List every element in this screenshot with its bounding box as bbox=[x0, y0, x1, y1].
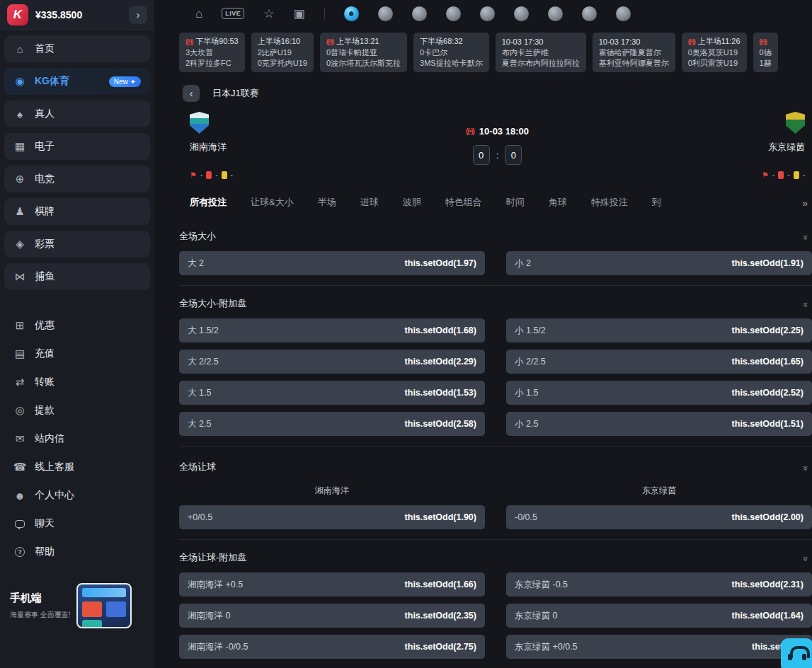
tab-clipped[interactable]: 到 bbox=[652, 196, 661, 209]
bet-option-cell[interactable]: 东京绿茵 +0/0.5this.setOdd( bbox=[506, 635, 812, 659]
sidebar-item-chat[interactable]: 聊天 bbox=[4, 509, 150, 538]
bet-option-cell[interactable]: 大 1.5this.setOdd(1.53) bbox=[179, 381, 485, 405]
collapse-chevron-icon[interactable]: » bbox=[801, 234, 811, 238]
bet-option-cell[interactable]: 湘南海洋 -0/0.5this.setOdd(2.75) bbox=[179, 635, 485, 659]
bet-option-cell[interactable]: 小 1.5/2this.setOdd(2.25) bbox=[506, 318, 812, 342]
bet-option-cell[interactable]: 小 2.5this.setOdd(1.51) bbox=[506, 412, 812, 436]
sidebar-item-promotions[interactable]: ⊞ 优惠 bbox=[4, 311, 150, 340]
sidebar-item-label: 线上客服 bbox=[35, 461, 74, 473]
sidebar-item-slots[interactable]: ▦ 电子 bbox=[4, 133, 150, 160]
match-card[interactable]: ((•))上半场11:26 0奥洛莫茨U19 0利贝雷茨U19 bbox=[682, 33, 747, 72]
bet-option-cell[interactable]: 东京绿茵 0this.setOdd(1.64) bbox=[506, 604, 812, 628]
bet-slip-icon[interactable]: ▣ bbox=[294, 8, 305, 20]
away-team-block: 东京绿茵 ⚑- - - bbox=[600, 112, 805, 179]
collapse-chevron-icon[interactable]: » bbox=[801, 465, 811, 468]
collapse-chevron-icon[interactable]: » bbox=[801, 301, 811, 305]
match-card[interactable]: 下半场68:32 0卡巴尔 3MS提拉哈卡默尔 bbox=[413, 33, 489, 72]
live-icon: ((•)) bbox=[688, 38, 695, 45]
sidebar-item-transfer[interactable]: ⇄ 转账 bbox=[4, 368, 150, 396]
sidebar-item-board-games[interactable]: ♟ 棋牌 bbox=[4, 198, 150, 225]
volleyball-icon[interactable] bbox=[548, 6, 563, 21]
home-team-block: 湘南海洋 ⚑- - - bbox=[190, 112, 395, 179]
bet-option-cell[interactable]: -0/0.5this.setOdd(2.00) bbox=[506, 505, 812, 529]
chess-piece-icon: ♟ bbox=[13, 205, 26, 218]
bet-option-cell[interactable]: 湘南海洋 0this.setOdd(2.35) bbox=[179, 604, 485, 628]
bet-option-cell[interactable]: 东京绿茵 -0.5this.setOdd(2.31) bbox=[506, 572, 812, 597]
mobile-app-preview[interactable] bbox=[76, 583, 132, 628]
home-icon[interactable]: ⌂ bbox=[195, 8, 202, 20]
tab-all-bets[interactable]: 所有投注 bbox=[190, 196, 227, 209]
american-football-icon[interactable] bbox=[514, 6, 529, 21]
tab-goals[interactable]: 进球 bbox=[360, 196, 379, 209]
match-card[interactable]: 10-03 17:30 布内卡兰萨维 夏普尔布内阿拉拉阿拉 bbox=[496, 33, 586, 72]
table-tennis-icon[interactable] bbox=[480, 6, 495, 21]
sidebar-item-home[interactable]: ⌂ 首页 bbox=[4, 35, 150, 62]
tab-handicap-over-under[interactable]: 让球&大小 bbox=[251, 196, 294, 209]
app-logo[interactable]: K bbox=[7, 4, 28, 25]
match-card[interactable]: ((•)) 0德 1赫 bbox=[753, 33, 778, 72]
sidebar-item-live-casino[interactable]: ♠ 真人 bbox=[4, 100, 150, 127]
match-card[interactable]: 10-03 17:30 霍德哈萨隆夏普尔 基利亚特阿娜夏普尔 bbox=[593, 33, 675, 72]
bet-option-cell[interactable]: 湘南海洋 +0.5this.setOdd(1.66) bbox=[179, 572, 485, 597]
sidebar-item-label: 真人 bbox=[35, 108, 55, 120]
tab-special-bets[interactable]: 特殊投注 bbox=[591, 196, 628, 209]
sidebar-item-deposit[interactable]: ▤ 充值 bbox=[4, 340, 150, 368]
badminton-icon[interactable] bbox=[446, 6, 461, 21]
customer-service-fab[interactable] bbox=[781, 638, 812, 668]
tab-correct-score[interactable]: 波胆 bbox=[403, 196, 421, 209]
sidebar: K ¥335.8500 › ⌂ 首页 ◉ KG体育 New ✦ ♠ 真人 ▦ 电… bbox=[0, 0, 154, 668]
sidebar-item-customer-service[interactable]: ☎ 线上客服 bbox=[4, 453, 150, 481]
bet-option-cell[interactable]: 大 2this.setOdd(1.97) bbox=[179, 251, 485, 275]
tab-corners[interactable]: 角球 bbox=[549, 196, 567, 209]
bet-option-cell[interactable]: 小 1.5this.setOdd(2.52) bbox=[506, 381, 812, 405]
live-icon: ((•)) bbox=[326, 38, 333, 45]
sidebar-item-label: 转账 bbox=[35, 376, 55, 388]
bet-grid: 大 2this.setOdd(1.97) 小 2this.setOdd(1.91… bbox=[179, 251, 812, 275]
sidebar-item-label: 首页 bbox=[35, 42, 55, 55]
sidebar-item-fishing[interactable]: ⋈ 捕鱼 bbox=[4, 263, 150, 290]
favorites-star-icon[interactable]: ☆ bbox=[263, 8, 274, 20]
chat-bubble-icon bbox=[13, 520, 26, 528]
sidebar-item-help[interactable]: ? 帮助 bbox=[4, 538, 150, 566]
balance-expand-button[interactable]: › bbox=[129, 6, 147, 24]
bet-option-cell[interactable]: 大 2/2.5this.setOdd(2.29) bbox=[179, 350, 485, 374]
back-button[interactable]: ‹ bbox=[183, 85, 200, 102]
bet-option-cell[interactable]: 大 1.5/2this.setOdd(1.68) bbox=[179, 318, 485, 342]
bet-option-cell[interactable]: +0/0.5this.setOdd(1.90) bbox=[179, 505, 485, 529]
bet-option-cell[interactable]: 小 2this.setOdd(1.91) bbox=[506, 251, 812, 275]
live-icon: ((•)) bbox=[466, 127, 474, 135]
sidebar-item-label: 彩票 bbox=[35, 238, 55, 250]
basketball-icon[interactable] bbox=[378, 6, 393, 21]
tab-half[interactable]: 半场 bbox=[318, 196, 336, 209]
sidebar-item-kg-sports[interactable]: ◉ KG体育 New ✦ bbox=[4, 68, 150, 95]
live-tab[interactable]: LIVE bbox=[222, 8, 244, 19]
bowling-icon[interactable] bbox=[582, 6, 597, 21]
score-block: ((•)) 10-03 18:00 0 : 0 bbox=[395, 112, 600, 179]
tab-time[interactable]: 时间 bbox=[506, 196, 525, 209]
sidebar-item-profile[interactable]: ☻ 个人中心 bbox=[4, 481, 150, 509]
baseball-icon[interactable] bbox=[412, 6, 427, 21]
sidebar-item-inbox[interactable]: ✉ 站内信 bbox=[4, 425, 150, 453]
section-title: 全场大小-附加盘 bbox=[179, 297, 246, 310]
match-card[interactable]: 上半场16:10 2比萨U19 0克罗托内U19 bbox=[251, 33, 314, 72]
athletics-icon[interactable] bbox=[616, 6, 631, 21]
home-team-name: 湘南海洋 bbox=[190, 141, 227, 154]
bet-grid: +0/0.5this.setOdd(1.90) -0/0.5this.setOd… bbox=[179, 505, 812, 529]
sidebar-item-withdraw[interactable]: ◎ 提款 bbox=[4, 396, 150, 425]
tabs-overflow-chevron-icon[interactable]: » bbox=[802, 197, 808, 209]
sidebar-item-label: 站内信 bbox=[35, 432, 64, 445]
sidebar-item-esports[interactable]: ⊕ 电竞 bbox=[4, 166, 150, 192]
chevron-left-icon: ‹ bbox=[190, 88, 193, 99]
question-circle-icon: ? bbox=[13, 547, 26, 557]
match-card[interactable]: ((•))上半场13:21 0普瑞卡帕提亚 0波尔塔瓦沃尔斯克拉 bbox=[320, 33, 407, 72]
tab-special-combo[interactable]: 特色组合 bbox=[445, 196, 482, 209]
soccer-icon[interactable] bbox=[344, 6, 359, 21]
bet-option-cell[interactable]: 大 2.5this.setOdd(2.58) bbox=[179, 412, 485, 436]
kickoff-time: 10-03 18:00 bbox=[479, 126, 529, 137]
bet-option-cell[interactable]: 小 2/2.5this.setOdd(1.65) bbox=[506, 350, 812, 374]
collapse-chevron-icon[interactable]: » bbox=[801, 555, 811, 559]
match-card[interactable]: ((•))下半场90:53 3大坎普 2科罗拉多FC bbox=[179, 33, 245, 72]
market-section-full-handicap-extra: 全场让球-附加盘 » 湘南海洋 +0.5this.setOdd(1.66) 东京… bbox=[179, 551, 812, 668]
sidebar-item-lottery[interactable]: ◈ 彩票 bbox=[4, 231, 150, 258]
mobile-app-promo: 手机端 海量赛事 全面覆盖! bbox=[0, 579, 154, 628]
